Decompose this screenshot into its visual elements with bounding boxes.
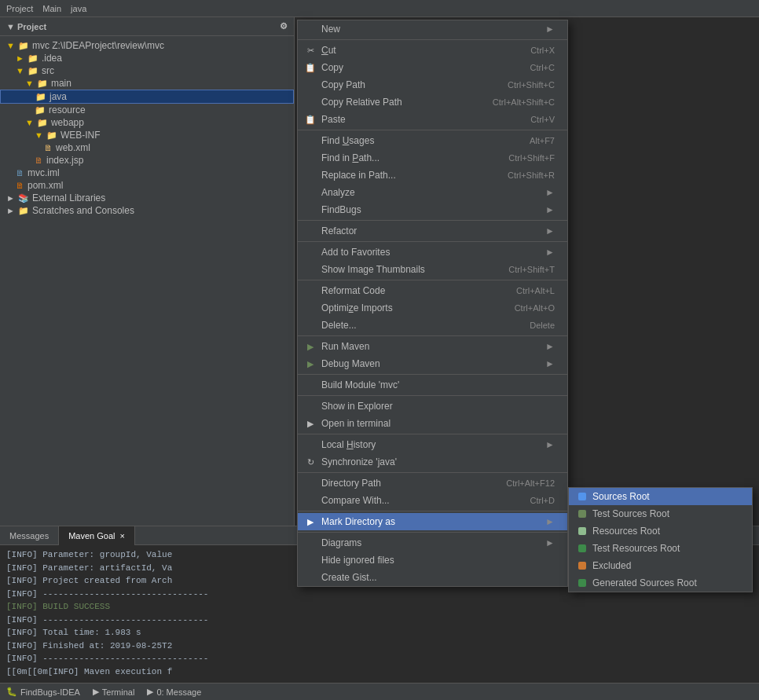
sidebar-gear-icon[interactable]: ⚙ bbox=[280, 21, 288, 31]
tree-item-mvciml[interactable]: 🗎 mvc.iml bbox=[0, 167, 294, 179]
menu-synchronize[interactable]: ↻ Synchronize 'java' bbox=[298, 453, 567, 471]
menu-local-history-left: Local History bbox=[304, 439, 376, 450]
menu-analyze[interactable]: Analyze ► bbox=[298, 184, 567, 201]
status-message[interactable]: ▶ 0: Message bbox=[147, 687, 201, 697]
menu-optimize-left: Optimize Imports bbox=[304, 302, 393, 313]
menu-paste[interactable]: 📋 Paste Ctrl+V bbox=[298, 111, 567, 128]
menu-new[interactable]: New ► bbox=[298, 20, 567, 38]
menu-favorites-arrow: ► bbox=[545, 247, 555, 258]
project-icon: 📁 bbox=[18, 41, 29, 51]
menu-show-explorer-label: Show in Explorer bbox=[321, 401, 393, 412]
tree-item-extlibs[interactable]: ► 📚 External Libraries bbox=[0, 192, 294, 204]
log-line-6: [INFO] -------------------------------- bbox=[6, 614, 753, 627]
terminal-menu-icon: ▶ bbox=[304, 419, 317, 429]
menu-add-favorites[interactable]: Add to Favorites ► bbox=[298, 244, 567, 261]
menu-optimize[interactable]: Optimize Imports Ctrl+Alt+O bbox=[298, 299, 567, 317]
menu-replace-path[interactable]: Replace in Path... Ctrl+Shift+R bbox=[298, 167, 567, 184]
mvciml-icon: 🗎 bbox=[16, 168, 24, 178]
submenu-resources-root[interactable]: Resources Root bbox=[569, 522, 752, 540]
menu-thumbnails-left: Show Image Thumbnails bbox=[304, 264, 425, 275]
menu-refactor[interactable]: Refactor ► bbox=[298, 222, 567, 240]
tree-label-scratches: Scratches and Consoles bbox=[32, 205, 134, 216]
tree-item-main[interactable]: ▼ 📁 main bbox=[0, 77, 294, 90]
menu-hide-ignored-label: Hide ignored files bbox=[321, 555, 394, 566]
menu-dir-path-left: Directory Path bbox=[304, 478, 381, 489]
menu-compare[interactable]: Compare With... Ctrl+D bbox=[298, 492, 567, 509]
menu-delete-shortcut: Delete bbox=[530, 321, 555, 330]
menu-copy[interactable]: 📋 Copy Ctrl+C bbox=[298, 59, 567, 76]
tree-item-pomxml[interactable]: 🗎 pom.xml bbox=[0, 179, 294, 192]
menu-open-terminal-left: ▶ Open in terminal bbox=[304, 418, 390, 429]
menu-paste-label: Paste bbox=[321, 114, 346, 125]
menu-find-path[interactable]: Find in Path... Ctrl+Shift+F bbox=[298, 149, 567, 167]
tab-maven-goal[interactable]: Maven Goal × bbox=[59, 526, 135, 545]
tab-close-icon[interactable]: × bbox=[119, 531, 124, 541]
menu-analyze-arrow: ► bbox=[545, 187, 555, 198]
menu-dir-path[interactable]: Directory Path Ctrl+Alt+F12 bbox=[298, 475, 567, 492]
menu-cut[interactable]: ✂ Cut Ctrl+X bbox=[298, 42, 567, 59]
menu-build-module[interactable]: Build Module 'mvc' bbox=[298, 376, 567, 394]
context-menu: New ► ✂ Cut Ctrl+X 📋 Copy Ctrl+C Copy Pa… bbox=[297, 20, 568, 587]
status-message-label: 0: Message bbox=[156, 687, 201, 697]
menu-replace-path-left: Replace in Path... bbox=[304, 170, 396, 181]
tree-label-mvc: mvc Z:\IDEAProject\review\mvc bbox=[32, 40, 164, 51]
menu-find-usages-label: Find Usages bbox=[321, 135, 374, 146]
submenu-test-sources-root[interactable]: Test Sources Root bbox=[569, 505, 752, 522]
separator-6 bbox=[298, 335, 567, 336]
menu-copy-path[interactable]: Copy Path Ctrl+Shift+C bbox=[298, 76, 567, 93]
menu-reformat[interactable]: Reformat Code Ctrl+Alt+L bbox=[298, 282, 567, 299]
menu-synchronize-label: Synchronize 'java' bbox=[321, 456, 397, 467]
status-findbugs[interactable]: 🐛 FindBugs-IDEA bbox=[6, 687, 80, 697]
menu-local-history[interactable]: Local History ► bbox=[298, 436, 567, 453]
menu-copy-relative[interactable]: Copy Relative Path Ctrl+Alt+Shift+C bbox=[298, 93, 567, 111]
submenu-generated-sources[interactable]: Generated Sources Root bbox=[569, 574, 752, 592]
toolbar-project[interactable]: Project bbox=[6, 4, 33, 13]
toolbar-java[interactable]: java bbox=[71, 4, 86, 13]
resources-root-dot bbox=[578, 527, 586, 535]
menu-find-usages[interactable]: Find Usages Alt+F7 bbox=[298, 132, 567, 149]
tree-item-resource[interactable]: 📁 resource bbox=[0, 104, 294, 116]
menu-mark-dir-left: ▶ Mark Directory as bbox=[304, 516, 395, 527]
tab-messages[interactable]: Messages bbox=[0, 526, 59, 545]
menu-copy-relative-shortcut: Ctrl+Alt+Shift+C bbox=[493, 97, 555, 107]
menu-debug-maven[interactable]: ▶ Debug Maven ► bbox=[298, 355, 567, 372]
tree-item-scratches[interactable]: ► 📁 Scratches and Consoles bbox=[0, 204, 294, 217]
extlibs-folder-icon: 📚 bbox=[18, 193, 29, 203]
tree-label-mvciml: mvc.iml bbox=[28, 167, 60, 178]
pomxml-icon: 🗎 bbox=[16, 181, 24, 190]
submenu-generated-sources-label: Generated Sources Root bbox=[592, 577, 697, 588]
menu-create-gist[interactable]: Create Gist... bbox=[298, 569, 567, 586]
copy-icon: 📋 bbox=[304, 63, 317, 73]
tree-item-src[interactable]: ▼ 📁 src bbox=[0, 64, 294, 77]
tree-item-webinf[interactable]: ▼ 📁 WEB-INF bbox=[0, 129, 294, 141]
separator-10 bbox=[298, 472, 567, 473]
status-terminal[interactable]: ▶ Terminal bbox=[93, 687, 135, 697]
menu-debug-maven-label: Debug Maven bbox=[321, 358, 380, 369]
toolbar-main[interactable]: Main bbox=[42, 4, 61, 13]
menu-show-explorer[interactable]: Show in Explorer bbox=[298, 398, 567, 415]
message-icon: ▶ bbox=[147, 687, 153, 697]
menu-diagrams[interactable]: Diagrams ► bbox=[298, 534, 567, 552]
tree-item-idea[interactable]: ► 📁 .idea bbox=[0, 52, 294, 64]
tree-item-java[interactable]: 📁 java bbox=[0, 90, 294, 104]
tree-item-indexjsp[interactable]: 🗎 index.jsp bbox=[0, 154, 294, 167]
menu-run-maven[interactable]: ▶ Run Maven ► bbox=[298, 338, 567, 355]
menu-find-path-shortcut: Ctrl+Shift+F bbox=[508, 153, 555, 163]
tree-item-webapp[interactable]: ▼ 📁 webapp bbox=[0, 116, 294, 129]
submenu-sources-root[interactable]: Sources Root bbox=[569, 488, 752, 505]
menu-optimize-label: Optimize Imports bbox=[321, 302, 393, 313]
menu-open-terminal[interactable]: ▶ Open in terminal bbox=[298, 415, 567, 432]
separator-1 bbox=[298, 39, 567, 40]
tree-item-mvc[interactable]: ▼ 📁 mvc Z:\IDEAProject\review\mvc bbox=[0, 39, 294, 52]
separator-11 bbox=[298, 511, 567, 511]
submenu-test-resources-root[interactable]: Test Resources Root bbox=[569, 540, 752, 557]
menu-delete[interactable]: Delete... Delete bbox=[298, 317, 567, 334]
tree-item-webxml[interactable]: 🗎 web.xml bbox=[0, 141, 294, 154]
menu-hide-ignored[interactable]: Hide ignored files bbox=[298, 552, 567, 569]
test-sources-root-dot bbox=[578, 510, 586, 518]
menu-thumbnails[interactable]: Show Image Thumbnails Ctrl+Shift+T bbox=[298, 261, 567, 278]
menu-findbugs[interactable]: FindBugs ► bbox=[298, 201, 567, 218]
menu-copy-path-left: Copy Path bbox=[304, 79, 365, 90]
submenu-excluded[interactable]: Excluded bbox=[569, 557, 752, 574]
menu-mark-dir[interactable]: ▶ Mark Directory as ► bbox=[298, 513, 567, 530]
